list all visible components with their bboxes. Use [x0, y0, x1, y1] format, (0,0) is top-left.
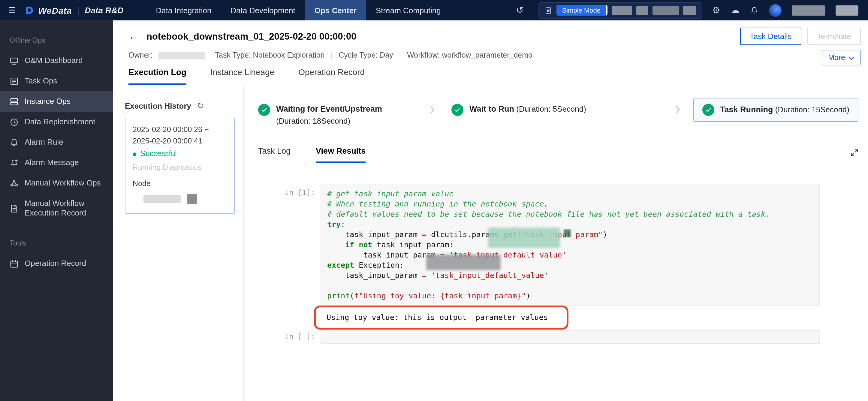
- code-content: # get task_input_param value# When testi…: [327, 188, 813, 301]
- owner-label: Owner:: [128, 51, 153, 59]
- sidebar-item-label: Manual Workflow Ops: [25, 178, 101, 188]
- cell-output: Using toy value: this is output paramete…: [327, 313, 820, 322]
- execution-history-title: Execution History: [125, 101, 191, 110]
- sidebar-item-label: Operation Record: [25, 259, 86, 268]
- sidebar-item-data-replenishment[interactable]: Data Replenishment: [0, 112, 113, 132]
- top-nav: Data Integration Data Development Ops Ce…: [146, 0, 450, 21]
- step-waiting-upstream[interactable]: Waiting for Event/Upstream (Duration: 18…: [258, 103, 415, 127]
- step-duration: (Duration: 5Second): [516, 104, 586, 114]
- instance-ops-icon: [10, 97, 19, 106]
- cloud-icon[interactable]: ☁: [731, 5, 740, 16]
- cycle-type: Cycle Type: Day: [339, 51, 393, 59]
- history-time-start: 2025-02-20 00:00:26 ~: [133, 124, 227, 136]
- step-task-running[interactable]: Task Running (Duration: 15Second): [693, 98, 858, 122]
- sidebar-item-alarm-message[interactable]: Alarm Message: [0, 152, 113, 173]
- mode-switcher: Simple Mode: [539, 2, 702, 18]
- chevron-down-icon: [849, 54, 854, 62]
- meta-divider: |: [331, 51, 333, 59]
- task-type: Task Type: Notebook Exploration: [215, 51, 325, 59]
- tab-execution-log[interactable]: Execution Log: [128, 67, 186, 85]
- tab-instance-lineage[interactable]: Instance Lineage: [210, 67, 274, 85]
- more-button-label: More: [828, 54, 845, 62]
- user-avatar[interactable]: [769, 4, 781, 17]
- tab-operation-record[interactable]: Operation Record: [298, 67, 365, 85]
- sidebar-item-instance-ops[interactable]: Instance Ops: [0, 91, 113, 112]
- redacted-text: [836, 5, 858, 15]
- node-value: -: [133, 193, 135, 205]
- sidebar-item-label: Task Ops: [25, 76, 57, 86]
- brand-name: WeData: [38, 5, 72, 15]
- expand-icon[interactable]: [850, 149, 858, 163]
- redacted-text: [792, 5, 826, 15]
- log-tabs: Task Log View Results: [258, 147, 858, 163]
- redacted-text: [159, 51, 206, 59]
- workflow-name: Workflow: workflow_parameter_demo: [407, 51, 532, 59]
- nav-data-integration[interactable]: Data Integration: [146, 0, 221, 21]
- undo-icon[interactable]: ↺: [516, 5, 524, 16]
- node-label: Node: [133, 178, 227, 190]
- redacted-text: [488, 227, 560, 248]
- chevron-right-icon: [430, 106, 435, 114]
- hamburger-menu-icon[interactable]: ☰: [8, 5, 16, 15]
- sidebar-item-om-dashboard[interactable]: O&M Dashboard: [0, 51, 113, 71]
- step-duration: (Duration: 15Second): [775, 105, 849, 114]
- tab-view-results[interactable]: View Results: [316, 147, 366, 163]
- execution-history-panel: Execution History ↻ 2025-02-20 00:00:26 …: [113, 85, 244, 401]
- chevron-right-icon: [675, 106, 680, 114]
- sidebar: Offline Ops O&M Dashboard Task Ops Insta…: [0, 21, 113, 401]
- alarm-rule-icon: [10, 138, 19, 147]
- terminate-button[interactable]: Terminate: [807, 28, 861, 45]
- sidebar-item-alarm-rule[interactable]: Alarm Rule: [0, 132, 113, 152]
- step-name: Wait to Run: [469, 104, 514, 114]
- sidebar-item-manual-workflow-execution-record[interactable]: Manual Workflow Execution Record: [0, 193, 113, 223]
- back-button[interactable]: ←: [128, 31, 139, 42]
- sidebar-item-operation-record[interactable]: Operation Record: [0, 253, 113, 274]
- sidebar-section-tools: Tools: [0, 234, 113, 253]
- sidebar-item-task-ops[interactable]: Task Ops: [0, 71, 113, 91]
- dashboard-icon: [10, 56, 19, 65]
- redacted-text: [683, 6, 696, 15]
- redacted-text: [187, 194, 197, 204]
- topbar: ☰ WeData | Data R&D Data Integration Dat…: [0, 0, 868, 21]
- gear-icon[interactable]: ⚙: [712, 5, 720, 16]
- manual-workflow-record-icon: [10, 204, 19, 213]
- meta-divider: |: [399, 51, 401, 59]
- task-details-button[interactable]: Task Details: [740, 28, 801, 45]
- empty-code-cell: [320, 330, 820, 344]
- task-ops-icon: [10, 76, 19, 86]
- redacted-text: [636, 6, 648, 15]
- page-title: notebook_downstream_01_2025-02-20 00:00:…: [147, 31, 356, 42]
- redacted-text: [426, 254, 501, 270]
- screen: ☰ WeData | Data R&D Data Integration Dat…: [0, 0, 868, 401]
- running-diagnostics-link: Running Diagnostics: [133, 162, 227, 174]
- refresh-icon[interactable]: ↻: [197, 101, 204, 111]
- more-button[interactable]: More: [822, 50, 861, 65]
- step-wait-to-run[interactable]: Wait to Run (Duration: 5Second): [452, 103, 586, 116]
- tab-task-log[interactable]: Task Log: [258, 147, 290, 163]
- nav-stream-computing[interactable]: Stream Computing: [366, 0, 451, 21]
- redacted-text: [611, 6, 632, 15]
- cell-prompt: In [1]:: [258, 184, 320, 306]
- step-name: Waiting for Event/Upstream: [276, 104, 382, 114]
- execution-history-card[interactable]: 2025-02-20 00:00:26 ~ 2025-02-20 00:00:4…: [125, 118, 235, 214]
- sidebar-item-label: Alarm Message: [25, 158, 79, 167]
- nav-ops-center[interactable]: Ops Center: [305, 0, 366, 21]
- document-icon: [545, 6, 553, 14]
- product-name: Data R&D: [85, 5, 123, 15]
- sidebar-section-offline-ops: Offline Ops: [0, 31, 113, 51]
- notebook-results: In [1]: # get task_input_param value# Wh…: [258, 184, 858, 344]
- bell-icon[interactable]: [750, 6, 759, 15]
- wedata-logo-icon: [24, 5, 34, 15]
- status-dot: [133, 152, 136, 156]
- sidebar-item-label: Manual Workflow Execution Record: [25, 199, 106, 218]
- sidebar-item-manual-workflow-ops[interactable]: Manual Workflow Ops: [0, 173, 113, 193]
- operation-record-icon: [10, 259, 19, 268]
- data-replenishment-icon: [10, 117, 19, 126]
- check-icon: [452, 104, 463, 116]
- simple-mode-button[interactable]: Simple Mode: [557, 5, 607, 16]
- step-duration: (Duration: 18Second): [276, 117, 350, 125]
- page-header: ← notebook_downstream_01_2025-02-20 00:0…: [113, 21, 868, 85]
- brand-separator: |: [77, 5, 79, 15]
- nav-data-development[interactable]: Data Development: [221, 0, 305, 21]
- alarm-message-icon: [10, 158, 19, 167]
